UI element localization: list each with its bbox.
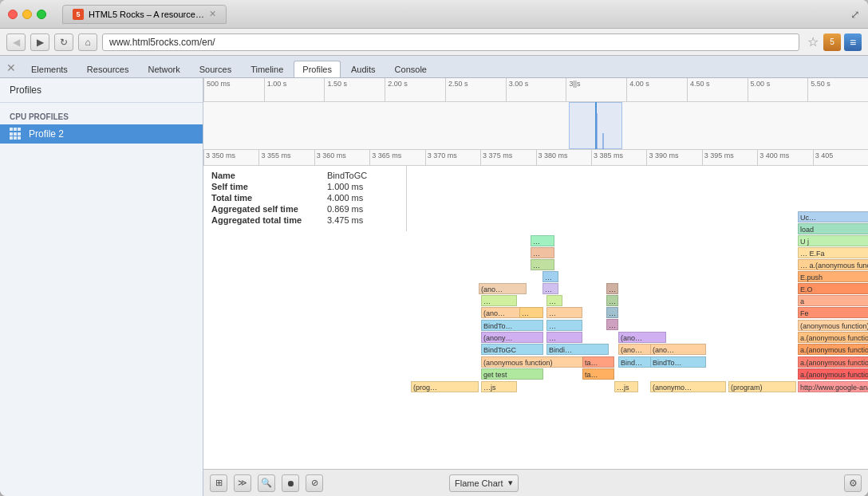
flame-bar[interactable]: E.O [798,283,868,294]
tab-network[interactable]: Network [139,61,188,77]
flame-bar[interactable]: BindToGC [481,344,543,355]
flame-bar[interactable]: ta… [582,356,614,368]
flame-bar[interactable]: … [531,235,554,246]
flame-bar[interactable]: …js [614,381,638,392]
mini-overview[interactable] [203,102,868,150]
main-content: Profiles CPU PROFILES Profile 2 500 ms 1… [0,78,868,496]
extension-icon-2[interactable]: ≡ [844,33,862,51]
flame-bar[interactable]: … [531,247,554,258]
info-agg-self-row: Aggregated self time 0.869 ms [211,204,398,214]
info-name-value: BindToGC [327,171,367,180]
ruler-mark-2: 1.50 s [324,78,385,101]
flame-bar[interactable]: (anony… [481,332,543,343]
block-button[interactable]: ⊘ [306,474,323,492]
detail-mark-3: 3 365 ms [369,150,424,165]
close-button[interactable] [8,10,18,19]
flame-bar[interactable]: U j [798,235,868,246]
flame-bar[interactable]: … [606,307,618,318]
flame-bar[interactable]: Fe [798,307,868,318]
flame-bar[interactable]: …js [481,381,517,392]
tab-elements[interactable]: Elements [22,61,77,77]
flame-bar[interactable]: (ano… [479,283,527,294]
flame-bar[interactable]: … a.(anonymous function) [798,259,868,270]
flame-bar[interactable]: … [546,332,582,343]
ruler-mark-7: 4.00 s [626,78,687,101]
flame-bar[interactable]: … [606,283,618,294]
flame-bar[interactable]: … [546,295,562,306]
settings-button[interactable]: ⚙ [844,474,862,492]
bookmark-icon[interactable]: ☆ [807,34,819,49]
flame-bar[interactable]: … [481,295,517,306]
tab-profiles[interactable]: Profiles [294,61,341,77]
maximize-button[interactable] [37,10,46,19]
tab-audits[interactable]: Audits [342,61,385,77]
flame-bar[interactable]: … [606,295,618,306]
flame-bar[interactable]: … [546,307,582,318]
flame-bar[interactable]: … [542,271,558,282]
flame-bar[interactable]: Uc… [798,211,868,222]
extension-icon-1[interactable]: 5 [823,33,841,51]
flame-bar[interactable]: load [798,223,868,234]
browser-tab[interactable]: 5 HTML5 Rocks – A resource… ✕ [62,5,227,24]
flame-bar[interactable]: (ano… [618,332,666,343]
overview-spike-2 [602,133,604,149]
flame-bar[interactable]: Bindi… [546,344,609,355]
timeline-ruler: 500 ms 1.00 s 1.50 s 2.00 s 2.50 s 3.00 … [203,78,868,102]
flame-bar[interactable]: (anonymous function) [798,320,868,331]
tab-console[interactable]: Console [386,61,436,77]
dock-button[interactable]: ⊞ [210,474,227,492]
flame-bar[interactable]: … E.Fa [798,247,868,258]
flame-bar[interactable]: … [606,319,618,330]
info-self-time-value: 1.000 ms [327,182,363,191]
tab-close-icon[interactable]: ✕ [209,9,216,19]
devtools-tab-bar: ✕ Elements Resources Network Sources Tim… [0,56,868,78]
flame-bar[interactable]: http://www.google-analytics.com/ga.js [798,381,868,392]
flame-bar[interactable]: … [546,320,582,331]
flame-bar[interactable]: BindTo… [650,356,706,368]
reload-button[interactable]: ↻ [54,33,73,51]
ruler-mark-10: 5.50 s [807,78,868,101]
flame-bar[interactable]: a.(anonymous function) [798,368,868,380]
sidebar-item-profile2[interactable]: Profile 2 [0,124,203,144]
flame-bar[interactable]: a [798,295,868,306]
expand-icon[interactable]: ⤢ [850,8,860,21]
flame-bar[interactable]: … [542,283,558,294]
flame-chart-selector[interactable]: Flame Chart ▾ [449,474,519,492]
titlebar: 5 HTML5 Rocks – A resource… ✕ ⤢ [0,0,868,29]
flame-chart-dropdown-icon: ▾ [508,478,513,488]
flame-bar[interactable]: … [531,259,554,270]
minimize-button[interactable] [22,10,32,19]
flame-canvas: (prog……js…js(anonymo…(program)http://www… [407,166,868,469]
console-button[interactable]: ≫ [234,474,251,492]
ruler-mark-3: 2.00 s [385,78,445,101]
flame-bar[interactable]: get test [481,368,543,380]
info-agg-self-label: Aggregated self time [211,204,327,214]
flame-bar[interactable]: (ano… [650,344,706,355]
ruler-mark-9: 5.00 s [748,78,808,101]
forward-button[interactable]: ▶ [30,33,49,51]
flame-bar[interactable]: a.(anonymous function) [798,344,868,355]
flame-bar[interactable]: (anonymo… [650,381,726,392]
flame-bar[interactable]: … [519,307,543,318]
tab-timeline[interactable]: Timeline [242,61,292,77]
flame-bar[interactable]: ta… [582,368,614,380]
url-text: www.html5rocks.com/en/ [109,37,215,48]
flame-bar[interactable]: (prog… [411,381,479,392]
back-button[interactable]: ◀ [6,33,26,51]
detail-ruler: 3 350 ms 3 355 ms 3 360 ms 3 365 ms 3 37… [203,150,868,166]
flame-bar[interactable]: E.push [798,271,868,282]
tab-resources[interactable]: Resources [78,61,138,77]
tab-sources[interactable]: Sources [191,61,240,77]
sidebar-section-cpu: CPU PROFILES [0,109,203,124]
url-input[interactable]: www.html5rocks.com/en/ [102,33,799,51]
search-button[interactable]: 🔍 [258,474,275,492]
flame-bar[interactable]: a.(anonymous function) [798,332,868,343]
record-button[interactable]: ⏺ [282,474,299,492]
detail-ruler-marks: 3 350 ms 3 355 ms 3 360 ms 3 365 ms 3 37… [203,150,868,165]
info-total-time-label: Total time [211,193,327,203]
devtools-close-icon[interactable]: ✕ [6,61,16,77]
flame-bar[interactable]: (program) [728,381,796,392]
home-button[interactable]: ⌂ [78,33,97,51]
flame-bar[interactable]: a.(anonymous function) [798,356,868,368]
flame-bar[interactable]: BindTo… [481,320,543,331]
